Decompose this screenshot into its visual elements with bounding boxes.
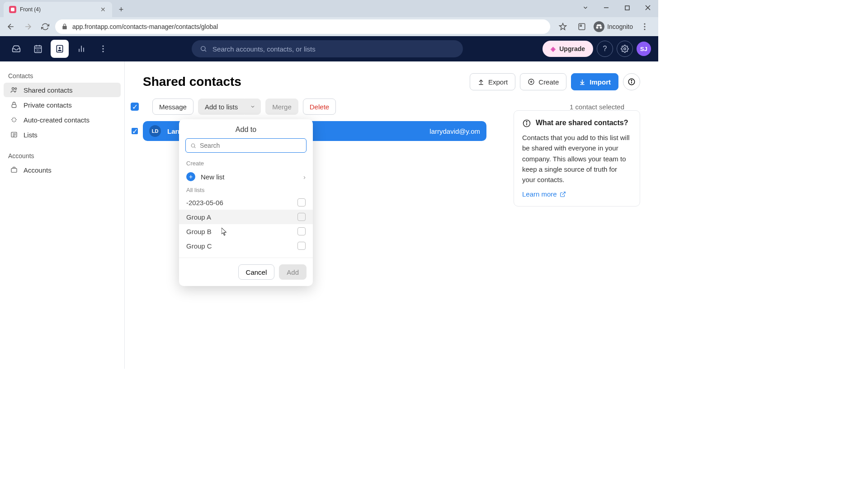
- sidebar-item-label: Private contacts: [24, 101, 72, 109]
- bookmark-icon[interactable]: [556, 19, 570, 34]
- svg-point-24: [201, 47, 205, 51]
- svg-line-25: [205, 50, 206, 52]
- diamond-icon: ◈: [551, 45, 556, 52]
- calendar-icon[interactable]: 31: [29, 40, 47, 58]
- export-button[interactable]: Export: [470, 73, 515, 90]
- sidebar-item-label: Shared contacts: [24, 86, 72, 94]
- sidebar-item-lists[interactable]: Lists: [4, 127, 121, 142]
- chevron-down-icon: [250, 104, 255, 109]
- list-option[interactable]: -2023-05-06: [179, 195, 313, 210]
- svg-point-27: [12, 88, 14, 90]
- delete-button[interactable]: Delete: [303, 99, 336, 115]
- app-header: 31 Search accounts, contacts, or lists ◈…: [0, 36, 658, 61]
- list-checkbox[interactable]: [297, 242, 306, 250]
- list-checkbox[interactable]: [297, 213, 306, 221]
- chevron-down-icon[interactable]: [575, 0, 596, 15]
- svg-point-23: [102, 51, 104, 52]
- popover-search-input[interactable]: [200, 142, 302, 149]
- info-panel-body: Contacts that you add to this list will …: [522, 132, 632, 185]
- popover-create-label: Create: [179, 158, 313, 169]
- window-minimize-button[interactable]: [596, 0, 617, 15]
- svg-point-10: [644, 28, 645, 30]
- svg-rect-29: [12, 104, 16, 108]
- sidebar-item-accounts[interactable]: Accounts: [4, 163, 121, 177]
- svg-point-28: [15, 88, 17, 89]
- lock-icon: [61, 23, 68, 30]
- global-search[interactable]: Search accounts, contacts, or lists: [192, 40, 463, 57]
- address-bar: app.frontapp.com/contacts-manager/contac…: [0, 17, 658, 36]
- contacts-icon[interactable]: [51, 40, 69, 58]
- sidebar-item-label: Accounts: [24, 166, 52, 174]
- url-text: app.frontapp.com/contacts-manager/contac…: [72, 23, 218, 30]
- plus-icon: +: [186, 172, 195, 181]
- create-button[interactable]: Create: [520, 73, 566, 90]
- upgrade-button[interactable]: ◈ Upgrade: [542, 41, 593, 57]
- search-placeholder: Search accounts, contacts, or lists: [212, 45, 316, 53]
- url-input[interactable]: app.frontapp.com/contacts-manager/contac…: [55, 19, 550, 34]
- info-icon: [627, 78, 636, 86]
- sparkle-icon: [10, 116, 18, 124]
- contact-avatar: LD: [149, 125, 161, 137]
- analytics-icon[interactable]: [72, 40, 90, 58]
- merge-button: Merge: [265, 99, 298, 115]
- list-checkbox[interactable]: [297, 198, 306, 206]
- cancel-button[interactable]: Cancel: [238, 264, 275, 280]
- list-option[interactable]: Group A: [179, 210, 313, 224]
- row-checkbox[interactable]: ✓: [131, 127, 139, 135]
- list-option[interactable]: Group B: [179, 224, 313, 239]
- add-to-lists-caret[interactable]: [245, 99, 261, 115]
- svg-point-40: [631, 80, 632, 81]
- new-tab-button[interactable]: +: [115, 3, 127, 16]
- svg-point-26: [624, 48, 626, 50]
- avatar[interactable]: SJ: [637, 42, 651, 56]
- add-to-lists-popover: Add to Create + New list › All lists -20…: [179, 119, 313, 286]
- browser-menu-icon[interactable]: [637, 19, 652, 34]
- external-link-icon: [560, 191, 566, 197]
- sidebar-item-label: Lists: [24, 131, 38, 139]
- window-close-button[interactable]: [637, 0, 658, 15]
- lock-icon: [10, 101, 18, 109]
- gear-icon[interactable]: [617, 41, 633, 57]
- sidebar-item-shared-contacts[interactable]: Shared contacts: [4, 83, 121, 97]
- selection-count: 1 contact selected: [570, 103, 628, 111]
- list-option[interactable]: Group C: [179, 239, 313, 253]
- svg-rect-1: [625, 6, 629, 10]
- message-button[interactable]: Message: [152, 99, 193, 115]
- sidebar-section-accounts: Accounts: [4, 150, 121, 162]
- info-button[interactable]: [623, 73, 640, 90]
- import-button[interactable]: Import: [571, 73, 618, 90]
- svg-rect-34: [11, 169, 17, 173]
- sidebar-item-auto-created[interactable]: Auto-created contacts: [4, 113, 121, 127]
- tab-title: Front (4): [20, 6, 96, 13]
- new-list-item[interactable]: + New list ›: [179, 169, 313, 185]
- svg-point-9: [644, 26, 645, 27]
- sidebar-item-private-contacts[interactable]: Private contacts: [4, 98, 121, 112]
- incognito-icon: [594, 21, 604, 32]
- forward-button[interactable]: [21, 19, 35, 34]
- reload-button[interactable]: [38, 19, 52, 34]
- info-panel-title: What are shared contacts?: [536, 119, 628, 127]
- help-icon[interactable]: ?: [597, 41, 613, 57]
- popover-title: Add to: [179, 126, 313, 134]
- back-button[interactable]: [4, 19, 18, 34]
- search-icon: [200, 45, 207, 52]
- inbox-icon[interactable]: [7, 40, 25, 58]
- content: Shared contacts Export Create Import: [125, 61, 658, 369]
- learn-more-link[interactable]: Learn more: [522, 190, 632, 198]
- svg-point-6: [596, 27, 599, 29]
- list-checkbox[interactable]: [297, 227, 306, 235]
- browser-tab[interactable]: Front (4) ✕: [4, 2, 112, 17]
- svg-point-21: [102, 45, 104, 47]
- sidebar-item-label: Auto-created contacts: [24, 116, 90, 124]
- extensions-icon[interactable]: [575, 19, 589, 34]
- popover-search[interactable]: [185, 138, 307, 153]
- plus-circle-icon: [528, 78, 535, 85]
- add-to-lists-button[interactable]: Add to lists: [198, 99, 245, 115]
- window-maximize-button[interactable]: [617, 0, 637, 15]
- incognito-indicator[interactable]: Incognito: [594, 21, 633, 32]
- more-icon[interactable]: [94, 40, 112, 58]
- select-all-checkbox[interactable]: ✓: [131, 103, 139, 111]
- svg-point-8: [644, 23, 645, 24]
- close-tab-icon[interactable]: ✕: [99, 6, 107, 13]
- page-title: Shared contacts: [143, 75, 241, 89]
